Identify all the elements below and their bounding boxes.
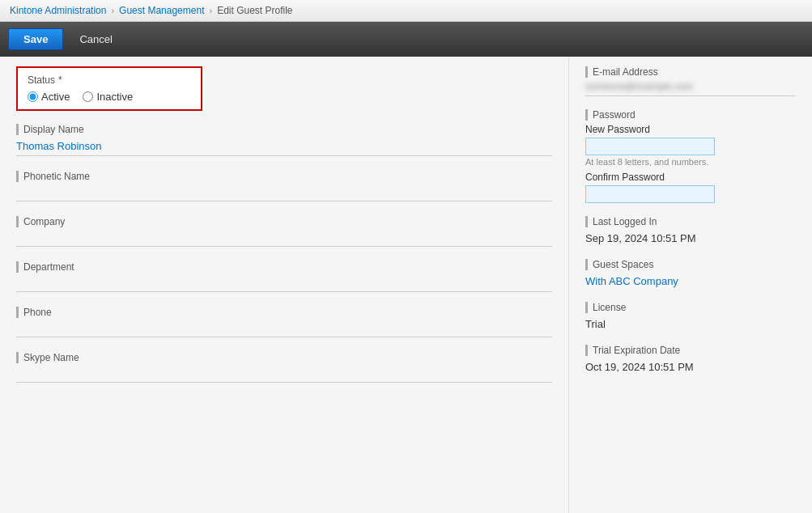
license-label: License bbox=[585, 302, 796, 313]
status-active-option[interactable]: Active bbox=[28, 91, 70, 103]
status-inactive-option[interactable]: Inactive bbox=[83, 91, 133, 103]
guest-spaces-label: Guest Spaces bbox=[585, 259, 796, 270]
license-value: Trial bbox=[585, 316, 796, 332]
skype-name-label: Skype Name bbox=[16, 352, 552, 363]
cancel-button[interactable]: Cancel bbox=[70, 29, 121, 49]
skype-name-value[interactable] bbox=[16, 367, 552, 383]
new-password-label: New Password bbox=[585, 124, 796, 135]
department-value[interactable] bbox=[16, 276, 552, 292]
confirm-password-label: Confirm Password bbox=[585, 172, 796, 183]
breadcrumb: Kintone Administration › Guest Managemen… bbox=[0, 0, 812, 22]
phone-value[interactable] bbox=[16, 321, 552, 337]
breadcrumb-sep-1: › bbox=[111, 6, 114, 15]
new-password-input[interactable] bbox=[585, 138, 715, 155]
trial-expiration-value: Oct 19, 2024 10:51 PM bbox=[585, 359, 796, 375]
status-active-radio[interactable] bbox=[28, 91, 38, 102]
breadcrumb-edit-guest: Edit Guest Profile bbox=[217, 5, 292, 16]
phone-label: Phone bbox=[16, 307, 552, 318]
status-radio-group: Active Inactive bbox=[28, 91, 191, 103]
left-panel: Status * Active Inactive Display Name Th… bbox=[0, 57, 569, 513]
email-label: E-mail Address bbox=[585, 66, 796, 78]
status-active-label: Active bbox=[41, 91, 70, 103]
breadcrumb-kintone-admin[interactable]: Kintone Administration bbox=[10, 5, 106, 16]
save-button[interactable]: Save bbox=[8, 28, 63, 50]
trial-expiration-label: Trial Expiration Date bbox=[585, 345, 796, 356]
breadcrumb-guest-management[interactable]: Guest Management bbox=[119, 5, 204, 16]
password-label: Password bbox=[585, 109, 796, 121]
phonetic-name-label: Phonetic Name bbox=[16, 171, 552, 182]
skype-name-section: Skype Name bbox=[16, 352, 552, 383]
last-logged-in-section: Last Logged In Sep 19, 2024 10:51 PM bbox=[585, 216, 796, 246]
status-section: Status * Active Inactive bbox=[16, 66, 202, 111]
display-name-label: Display Name bbox=[16, 124, 552, 135]
display-name-value: Thomas Robinson bbox=[16, 138, 552, 156]
status-inactive-label: Inactive bbox=[96, 91, 133, 103]
last-logged-in-label: Last Logged In bbox=[585, 216, 796, 227]
status-required-marker: * bbox=[58, 74, 62, 86]
breadcrumb-sep-2: › bbox=[209, 6, 212, 15]
trial-expiration-section: Trial Expiration Date Oct 19, 2024 10:51… bbox=[585, 345, 796, 375]
password-section: Password New Password At least 8 letters… bbox=[585, 109, 796, 203]
company-value[interactable] bbox=[16, 231, 552, 247]
content-area: Status * Active Inactive Display Name Th… bbox=[0, 57, 812, 513]
right-panel: E-mail Address someone@example.com Passw… bbox=[569, 57, 812, 513]
status-label-row: Status * bbox=[28, 74, 191, 86]
display-name-section: Display Name Thomas Robinson bbox=[16, 124, 552, 156]
email-section: E-mail Address someone@example.com bbox=[585, 66, 796, 96]
email-value: someone@example.com bbox=[585, 81, 796, 92]
company-label: Company bbox=[16, 216, 552, 227]
company-section: Company bbox=[16, 216, 552, 247]
department-label: Department bbox=[16, 261, 552, 273]
department-section: Department bbox=[16, 261, 552, 292]
guest-spaces-section: Guest Spaces With ABC Company bbox=[585, 259, 796, 289]
phonetic-name-section: Phonetic Name bbox=[16, 171, 552, 201]
confirm-password-input[interactable] bbox=[585, 185, 715, 203]
password-hint: At least 8 letters, and numbers. bbox=[585, 157, 796, 167]
phone-section: Phone bbox=[16, 307, 552, 337]
license-section: License Trial bbox=[585, 302, 796, 332]
toolbar: Save Cancel bbox=[0, 22, 812, 57]
status-inactive-radio[interactable] bbox=[83, 91, 93, 102]
status-label: Status bbox=[28, 74, 55, 86]
guest-spaces-value[interactable]: With ABC Company bbox=[585, 273, 796, 289]
phonetic-name-value[interactable] bbox=[16, 185, 552, 201]
last-logged-in-value: Sep 19, 2024 10:51 PM bbox=[585, 231, 796, 246]
